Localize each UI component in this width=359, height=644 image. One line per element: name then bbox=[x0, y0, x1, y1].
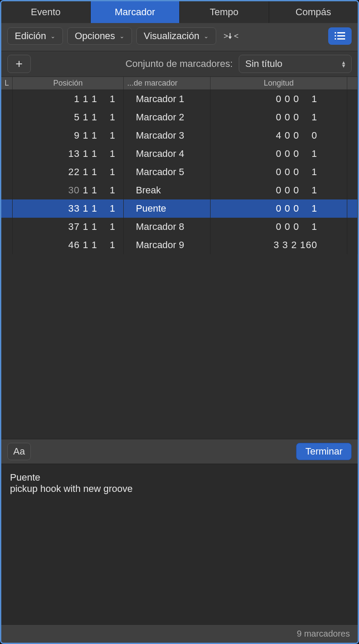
row-last-cell bbox=[347, 108, 358, 126]
table-row[interactable]: 37 1 1 1Marcador 80 0 0 1 bbox=[1, 218, 358, 236]
row-name-cell[interactable]: Marcador 9 bbox=[124, 236, 211, 254]
row-l-cell[interactable] bbox=[1, 218, 13, 236]
chevron-down-icon: ⌄ bbox=[119, 33, 125, 40]
list-icon bbox=[335, 32, 345, 40]
marker-notes[interactable]: Puente pickup hook with new groove bbox=[1, 464, 358, 624]
row-name-cell[interactable]: Break bbox=[124, 181, 211, 199]
row-l-cell[interactable] bbox=[1, 236, 13, 254]
row-name-cell[interactable]: Marcador 8 bbox=[124, 218, 211, 236]
svg-rect-7 bbox=[337, 35, 345, 37]
row-last-cell bbox=[347, 236, 358, 254]
row-l-cell[interactable] bbox=[1, 108, 13, 126]
column-header-name[interactable]: ...de marcador bbox=[124, 77, 211, 90]
column-header-l[interactable]: L bbox=[1, 77, 13, 90]
table-row[interactable]: 22 1 1 1Marcador 50 0 0 1 bbox=[1, 163, 358, 181]
table-row[interactable]: 13 1 1 1Marcador 40 0 0 1 bbox=[1, 145, 358, 163]
toolbar: Edición ⌄ Opciones ⌄ Visualización ⌄ > < bbox=[1, 23, 358, 51]
font-style-button[interactable]: Aa bbox=[7, 443, 31, 460]
row-length-cell[interactable]: 0 0 0 1 bbox=[211, 108, 347, 126]
display-menu-label: Visualización bbox=[144, 30, 199, 42]
row-l-cell[interactable] bbox=[1, 145, 13, 163]
row-length-cell[interactable]: 0 0 0 1 bbox=[211, 199, 347, 218]
row-name-cell[interactable]: Marcador 3 bbox=[124, 126, 211, 145]
row-name-cell[interactable]: Marcador 5 bbox=[124, 163, 211, 181]
row-l-cell[interactable] bbox=[1, 126, 13, 145]
svg-rect-8 bbox=[335, 38, 336, 40]
tab-bar: Evento Marcador Tempo Compás bbox=[1, 1, 358, 23]
display-menu[interactable]: Visualización ⌄ bbox=[136, 27, 216, 45]
row-position-cell[interactable]: 5 1 1 1 bbox=[13, 108, 124, 126]
row-length-cell[interactable]: 4 0 0 0 bbox=[211, 126, 347, 145]
row-last-cell bbox=[347, 145, 358, 163]
row-last-cell bbox=[347, 163, 358, 181]
marker-set-select[interactable]: Sin título ▴▾ bbox=[239, 55, 352, 73]
svg-rect-6 bbox=[335, 35, 336, 37]
row-last-cell bbox=[347, 218, 358, 236]
row-l-cell[interactable] bbox=[1, 90, 13, 108]
marker-set-label: Conjunto de marcadores: bbox=[125, 58, 233, 70]
column-header-position[interactable]: Posición bbox=[13, 77, 124, 90]
options-menu[interactable]: Opciones ⌄ bbox=[67, 27, 132, 45]
row-position-cell[interactable]: 1 1 1 1 bbox=[13, 90, 124, 108]
row-length-cell[interactable]: 0 0 0 1 bbox=[211, 90, 347, 108]
svg-text:<: < bbox=[234, 32, 239, 40]
row-last-cell bbox=[347, 126, 358, 145]
row-position-cell[interactable]: 13 1 1 1 bbox=[13, 145, 124, 163]
edit-menu[interactable]: Edición ⌄ bbox=[7, 27, 63, 45]
row-name-cell[interactable]: Marcador 4 bbox=[124, 145, 211, 163]
list-view-toggle[interactable] bbox=[328, 27, 352, 45]
tab-tempo[interactable]: Tempo bbox=[180, 1, 269, 23]
row-position-cell[interactable]: 22 1 1 1 bbox=[13, 163, 124, 181]
row-position-cell[interactable]: 37 1 1 1 bbox=[13, 218, 124, 236]
row-l-cell[interactable] bbox=[1, 199, 13, 218]
column-header-spacer bbox=[347, 77, 358, 90]
row-name-cell[interactable]: Marcador 2 bbox=[124, 108, 211, 126]
status-text: 9 marcadores bbox=[297, 629, 350, 639]
options-menu-label: Opciones bbox=[75, 30, 115, 42]
marker-set-value: Sin título bbox=[245, 58, 283, 70]
table-row[interactable]: 1 1 1 1Marcador 10 0 0 1 bbox=[1, 90, 358, 108]
svg-marker-2 bbox=[228, 37, 232, 39]
plus-icon: + bbox=[16, 57, 23, 71]
catch-playhead-icon: > < bbox=[224, 31, 241, 41]
row-position-cell[interactable]: 46 1 1 1 bbox=[13, 236, 124, 254]
svg-rect-1 bbox=[230, 33, 231, 37]
table-row[interactable]: 33 1 1 1Puente0 0 0 1 bbox=[1, 199, 358, 218]
table-row[interactable]: 30 1 1 1Break0 0 0 1 bbox=[1, 181, 358, 199]
row-length-cell[interactable]: 0 0 0 1 bbox=[211, 163, 347, 181]
row-name-cell[interactable]: Puente bbox=[124, 199, 211, 218]
stepper-icon: ▴▾ bbox=[342, 60, 345, 67]
row-length-cell[interactable]: 0 0 0 1 bbox=[211, 218, 347, 236]
row-position-cell[interactable]: 30 1 1 1 bbox=[13, 181, 124, 199]
column-header-row: L Posición ...de marcador Longitud bbox=[1, 77, 358, 90]
row-length-cell[interactable]: 0 0 0 1 bbox=[211, 145, 347, 163]
row-l-cell[interactable] bbox=[1, 163, 13, 181]
svg-rect-5 bbox=[337, 32, 345, 33]
row-last-cell bbox=[347, 181, 358, 199]
row-position-cell[interactable]: 9 1 1 1 bbox=[13, 126, 124, 145]
add-marker-button[interactable]: + bbox=[7, 55, 31, 73]
finish-button[interactable]: Terminar bbox=[296, 443, 352, 460]
chevron-down-icon: ⌄ bbox=[204, 33, 209, 40]
table-row[interactable]: 5 1 1 1Marcador 20 0 0 1 bbox=[1, 108, 358, 126]
marker-set-row: + Conjunto de marcadores: Sin título ▴▾ bbox=[1, 51, 358, 77]
row-position-cell[interactable]: 33 1 1 1 bbox=[13, 199, 124, 218]
svg-rect-9 bbox=[337, 38, 345, 40]
table-row[interactable]: 46 1 1 1Marcador 93 3 2 160 bbox=[1, 236, 358, 254]
tab-marcador[interactable]: Marcador bbox=[91, 1, 180, 23]
table-row[interactable]: 9 1 1 1Marcador 34 0 0 0 bbox=[1, 126, 358, 145]
row-last-cell bbox=[347, 199, 358, 218]
row-length-cell[interactable]: 0 0 0 1 bbox=[211, 181, 347, 199]
chevron-down-icon: ⌄ bbox=[50, 33, 56, 40]
catch-playhead-button[interactable]: > < bbox=[221, 27, 244, 45]
status-bar: 9 marcadores bbox=[1, 624, 358, 643]
row-last-cell bbox=[347, 90, 358, 108]
row-name-cell[interactable]: Marcador 1 bbox=[124, 90, 211, 108]
row-length-cell[interactable]: 3 3 2 160 bbox=[211, 236, 347, 254]
tab-compas[interactable]: Compás bbox=[269, 1, 358, 23]
edit-menu-label: Edición bbox=[15, 30, 46, 42]
row-l-cell[interactable] bbox=[1, 181, 13, 199]
column-header-length[interactable]: Longitud bbox=[211, 77, 347, 90]
marker-grid[interactable]: 1 1 1 1Marcador 10 0 0 15 1 1 1Marcador … bbox=[1, 90, 358, 439]
tab-evento[interactable]: Evento bbox=[1, 1, 91, 23]
